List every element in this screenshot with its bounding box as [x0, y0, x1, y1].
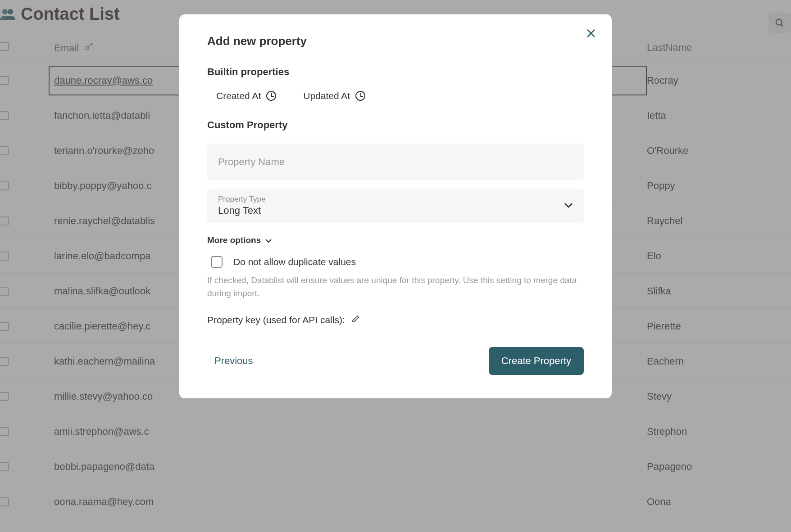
chevron-down-icon	[265, 235, 272, 245]
no-duplicate-label: Do not allow duplicate values	[233, 257, 356, 267]
builtin-updated-at[interactable]: Updated At	[303, 90, 365, 101]
close-icon	[586, 29, 596, 38]
modal-title: Add new property	[207, 34, 584, 48]
property-type-select[interactable]: Property Type Long Text	[207, 189, 584, 223]
property-type-label: Property Type	[218, 195, 266, 204]
create-property-button[interactable]: Create Property	[489, 347, 584, 375]
clock-icon	[266, 91, 276, 101]
builtin-heading: Builtin properties	[207, 66, 584, 78]
custom-heading: Custom Property	[207, 119, 584, 131]
no-duplicate-checkbox[interactable]	[211, 256, 223, 268]
builtin-created-at[interactable]: Created At	[216, 90, 276, 101]
clock-icon	[355, 91, 365, 101]
previous-button[interactable]: Previous	[207, 350, 260, 372]
property-type-value: Long Text	[218, 205, 266, 216]
property-name-input[interactable]	[207, 144, 584, 180]
chevron-down-icon	[564, 202, 573, 210]
no-duplicate-help: If checked, Datablist will ensure values…	[207, 274, 584, 300]
close-button[interactable]	[585, 27, 597, 41]
api-key-label: Property key (used for API calls):	[207, 315, 345, 325]
builtin-properties: Created At Updated At	[207, 90, 584, 101]
add-property-modal: Add new property Builtin properties Crea…	[179, 14, 612, 398]
more-options-toggle[interactable]: More options	[207, 235, 584, 245]
edit-icon[interactable]	[351, 314, 360, 325]
modal-overlay[interactable]: Add new property Builtin properties Crea…	[0, 0, 791, 532]
modal-actions: Previous Create Property	[207, 347, 584, 375]
api-key-row: Property key (used for API calls):	[207, 314, 584, 325]
